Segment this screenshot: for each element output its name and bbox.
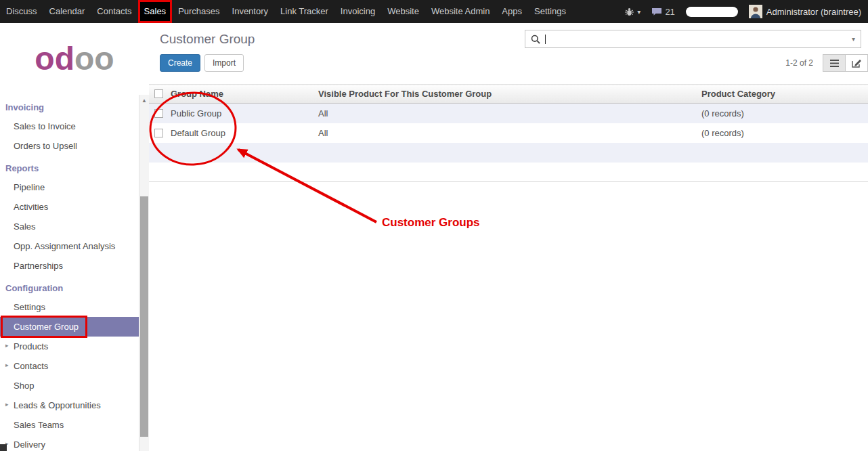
cell-group-name[interactable]: Public Group <box>167 104 314 123</box>
row-checkbox[interactable] <box>154 109 163 118</box>
top-navbar: Discuss Calendar Contacts Sales Purchase… <box>0 0 868 23</box>
column-header-group-name[interactable]: Group Name <box>167 85 314 104</box>
cell-group-name[interactable]: Default Group <box>167 123 314 143</box>
filler-row <box>149 163 868 182</box>
scroll-up-icon[interactable]: ▲ <box>139 95 149 104</box>
expand-triangle-icon: ▸ <box>5 362 9 368</box>
select-all-checkbox[interactable] <box>154 89 163 98</box>
cell-product-category[interactable]: (0 records) <box>697 104 868 123</box>
list-view: Group Name Visible Product For This Cust… <box>149 84 868 182</box>
table-row-public-group[interactable]: Public Group All (0 records) <box>149 104 868 123</box>
bug-icon <box>624 7 634 16</box>
cell-visible-product[interactable]: All <box>314 104 697 123</box>
nav-link-tracker[interactable]: Link Tracker <box>274 0 334 23</box>
list-icon <box>830 60 839 67</box>
search-options-caret-icon[interactable]: ▾ <box>852 35 855 43</box>
control-panel-buttons: Create Import 1-2 of 2 <box>160 54 868 72</box>
sidebar-item-label: Customer Group <box>14 322 79 332</box>
sidebar-item-label: Delivery <box>14 439 45 450</box>
user-menu[interactable]: Administrator (braintree) <box>766 7 861 17</box>
sidebar-item-label: Products <box>14 341 48 351</box>
import-button[interactable]: Import <box>204 54 244 72</box>
pager-range: 1-2 of 2 <box>785 58 813 68</box>
logo-text: odoo <box>35 43 114 75</box>
sidebar-item-leads-opportunities[interactable]: ▸ Leads & Opportunities <box>0 395 139 415</box>
logo-part-magenta: od <box>35 41 74 77</box>
section-configuration: Configuration <box>0 276 139 297</box>
pager: 1-2 of 2 <box>785 54 868 72</box>
page-title: Customer Group <box>160 32 255 47</box>
sidebar-item-activities[interactable]: Activities <box>0 197 139 217</box>
cell-visible-product[interactable]: All <box>314 123 697 143</box>
section-reports: Reports <box>0 156 139 177</box>
sidebar-scrollbar: ▲ <box>139 95 149 451</box>
sidebar-item-contacts[interactable]: ▸ Contacts <box>0 356 139 376</box>
avatar[interactable] <box>749 5 762 18</box>
sidebar-item-shop[interactable]: Shop <box>0 376 139 395</box>
table-header-row: Group Name Visible Product For This Cust… <box>149 85 868 104</box>
nav-invoicing[interactable]: Invoicing <box>334 0 381 23</box>
sidebar-item-partnerships[interactable]: Partnerships <box>0 256 139 276</box>
cell-product-category[interactable]: (0 records) <box>697 123 868 143</box>
odoo-logo: odoo <box>0 23 149 95</box>
section-invoicing: Invoicing <box>0 95 139 116</box>
text-cursor <box>545 35 546 44</box>
sidebar-item-opp-assignment-analysis[interactable]: Opp. Assignment Analysis <box>0 236 139 256</box>
row-checkbox[interactable] <box>154 129 163 137</box>
customer-group-table: Group Name Visible Product For This Cust… <box>149 84 868 182</box>
expand-triangle-icon: ▸ <box>5 401 9 408</box>
sidebar-item-sales-teams[interactable]: Sales Teams <box>0 415 139 435</box>
debug-menu[interactable]: ▾ <box>619 7 646 16</box>
nav-purchases[interactable]: Purchases <box>172 0 225 23</box>
main-content: Customer Group ▾ Create Import 1-2 of 2 <box>149 23 868 451</box>
form-view-button[interactable] <box>845 54 868 72</box>
sidebar: odoo Invoicing Sales to Invoice Orders t… <box>0 23 149 451</box>
filler-row <box>149 143 868 163</box>
view-switcher <box>823 54 868 72</box>
create-button[interactable]: Create <box>160 54 200 72</box>
sidebar-item-customer-group[interactable]: Customer Group <box>0 317 139 337</box>
expand-triangle-icon: ▸ <box>5 342 9 349</box>
sidebar-item-settings[interactable]: Settings <box>0 297 139 317</box>
column-header-visible-product[interactable]: Visible Product For This Customer Group <box>314 85 697 104</box>
chevron-down-icon: ▾ <box>637 8 641 16</box>
nav-discuss[interactable]: Discuss <box>0 0 43 23</box>
nav-settings[interactable]: Settings <box>528 0 572 23</box>
sidebar-item-sales-to-invoice[interactable]: Sales to Invoice <box>0 116 139 136</box>
messages-count: 21 <box>665 7 674 17</box>
sidebar-item-delivery[interactable]: ▸ Delivery <box>0 435 139 451</box>
scrollbar-thumb[interactable] <box>140 196 148 437</box>
nav-apps[interactable]: Apps <box>496 0 528 23</box>
column-header-product-category[interactable]: Product Category <box>697 85 868 104</box>
messages-menu[interactable]: 21 <box>646 7 680 17</box>
nav-inventory[interactable]: Inventory <box>226 0 274 23</box>
nav-calendar[interactable]: Calendar <box>43 0 91 23</box>
scroll-corner <box>0 444 7 451</box>
search-input[interactable]: ▾ <box>525 30 861 48</box>
table-row-default-group[interactable]: Default Group All (0 records) <box>149 123 868 143</box>
chat-icon <box>651 7 662 16</box>
sidebar-item-sales[interactable]: Sales <box>0 217 139 236</box>
systray: ▾ 21 Administrator (braintree) <box>619 0 868 23</box>
status-pill <box>686 7 738 17</box>
nav-website[interactable]: Website <box>381 0 425 23</box>
nav-contacts[interactable]: Contacts <box>91 0 137 23</box>
list-view-button[interactable] <box>823 54 846 72</box>
search-icon <box>531 35 540 44</box>
sidebar-item-pipeline[interactable]: Pipeline <box>0 177 139 197</box>
annotation-label: Customer Groups <box>382 216 480 230</box>
sidebar-item-label: Leads & Opportunities <box>14 400 101 410</box>
logo-part-gray: oo <box>74 41 114 77</box>
user-photo-icon <box>749 5 762 18</box>
sidebar-menu: Invoicing Sales to Invoice Orders to Ups… <box>0 95 149 451</box>
edit-icon <box>852 59 862 68</box>
nav-website-admin[interactable]: Website Admin <box>425 0 496 23</box>
nav-sales[interactable]: Sales <box>138 0 173 23</box>
sidebar-item-label: Contacts <box>14 361 48 371</box>
sidebar-item-products[interactable]: ▸ Products <box>0 337 139 356</box>
sidebar-item-orders-to-upsell[interactable]: Orders to Upsell <box>0 136 139 156</box>
